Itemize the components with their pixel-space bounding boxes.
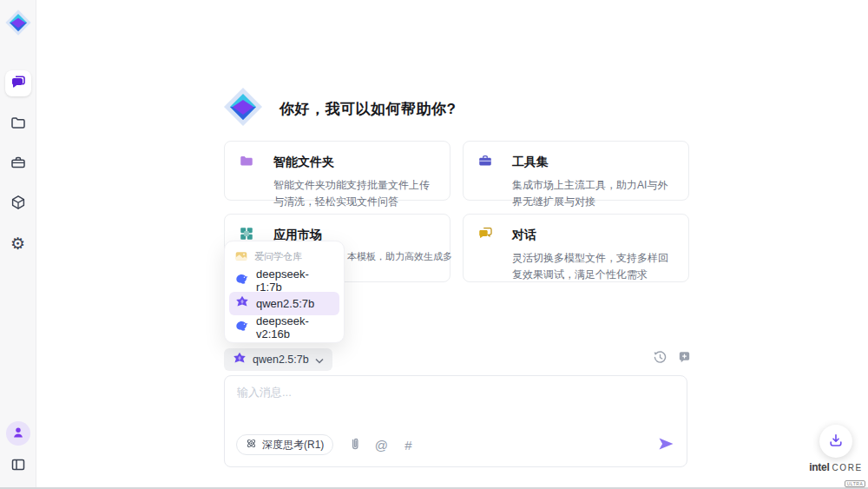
- model-option-qwen[interactable]: qwen2.5:7b: [229, 292, 339, 315]
- message-composer: 深度思考(R1) @ #: [224, 375, 687, 467]
- new-chat-button[interactable]: [676, 351, 692, 367]
- model-option-label: qwen2.5:7b: [256, 297, 314, 310]
- model-selector[interactable]: qwen2.5:7b: [224, 348, 332, 371]
- download-icon: [828, 433, 844, 451]
- repo-icon: [235, 251, 247, 263]
- chevron-down-icon: [315, 354, 324, 367]
- message-input[interactable]: [237, 385, 674, 425]
- selected-model-label: qwen2.5:7b: [253, 354, 309, 366]
- model-option-label: deepseek-r1:7b: [256, 268, 333, 294]
- history-icon: [653, 350, 667, 367]
- card-description: 灵活切换多模型文件，支持多样回复效果调试，满足个性化需求: [512, 250, 676, 282]
- model-group-label: 爱问学仓库: [254, 250, 302, 263]
- card-description: 智能文件夹功能支持批量文件上传与清洗，轻松实现文件问答: [273, 177, 437, 209]
- card-smart-folders[interactable]: 智能文件夹 智能文件夹功能支持批量文件上传与清洗，轻松实现文件问答: [224, 141, 450, 201]
- sidebar: ⚙: [0, 0, 36, 487]
- page-title: 你好，我可以如何帮助你?: [279, 99, 456, 119]
- card-title: 智能文件夹: [273, 155, 334, 170]
- collapse-panel-icon: [10, 456, 27, 476]
- folder-icon: [239, 153, 254, 172]
- deepseek-whale-icon: [235, 320, 249, 334]
- mention-button[interactable]: @: [373, 437, 389, 453]
- send-icon: [658, 436, 674, 454]
- prompt-tags-button[interactable]: #: [400, 437, 416, 453]
- new-chat-icon: [677, 350, 692, 367]
- collapse-sidebar-button[interactable]: [5, 453, 31, 479]
- card-title: 对话: [512, 228, 536, 243]
- sidebar-item-folders[interactable]: [5, 110, 31, 136]
- card-conversation[interactable]: 对话 灵活切换多模型文件，支持多样回复效果调试，满足个性化需求: [463, 214, 689, 282]
- intel-core-ultra-logo: intel core ultra: [803, 461, 868, 489]
- atom-icon: [246, 438, 257, 452]
- paperclip-icon: [348, 437, 361, 453]
- deepseek-whale-icon: [235, 273, 249, 287]
- greeting-logo: [222, 86, 264, 128]
- gem-logo-icon: [222, 86, 264, 128]
- gem-logo-icon: [4, 9, 32, 36]
- sidebar-item-settings[interactable]: ⚙: [5, 230, 31, 256]
- core-wordmark: core: [832, 463, 862, 472]
- gear-icon: ⚙: [10, 235, 25, 252]
- chat-icon: [10, 74, 27, 94]
- chat-bubbles-icon: [477, 226, 493, 245]
- deep-think-label: 深度思考(R1): [262, 438, 324, 453]
- briefcase-icon: [10, 154, 27, 174]
- folder-icon: [10, 114, 27, 134]
- history-button[interactable]: [652, 351, 667, 367]
- model-option-deepseek-v2[interactable]: deepseek-v2:16b: [229, 315, 339, 339]
- card-description: 集成市场上主流工具，助力AI与外界无缝扩展与对接: [512, 177, 676, 209]
- sidebar-bottom: [5, 421, 31, 479]
- composer-icons: @ #: [346, 437, 416, 453]
- briefcase-icon: [477, 153, 493, 172]
- send-button[interactable]: [657, 436, 674, 453]
- ultra-badge: ultra: [845, 480, 866, 487]
- sidebar-item-models[interactable]: [5, 190, 31, 216]
- card-title: 工具集: [512, 155, 549, 170]
- hash-icon: #: [404, 439, 411, 452]
- model-dropdown: 爱问学仓库 deepseek-r1:7b qwen2.5:7b deepseek…: [224, 241, 345, 343]
- model-group-row: 爱问学仓库: [229, 245, 339, 268]
- user-avatar-button[interactable]: [6, 421, 30, 446]
- composer-toolbar: 深度思考(R1) @ #: [236, 434, 674, 455]
- card-toolset[interactable]: 工具集 集成市场上主流工具，助力AI与外界无缝扩展与对接: [463, 141, 689, 201]
- cube-icon: [10, 194, 27, 214]
- attachment-button[interactable]: [346, 437, 362, 453]
- chat-toolbar: [652, 351, 692, 367]
- app-logo: [3, 8, 33, 37]
- qwen-icon: [233, 352, 247, 368]
- sidebar-item-chat[interactable]: [5, 70, 31, 96]
- card-description-fragment: 本模板，助力高效生成多: [347, 250, 452, 263]
- download-button[interactable]: [819, 425, 852, 458]
- intel-wordmark: intel: [809, 461, 829, 473]
- user-icon: [10, 425, 26, 443]
- deep-think-toggle[interactable]: 深度思考(R1): [236, 434, 333, 455]
- sidebar-item-toolkit[interactable]: [5, 150, 31, 176]
- qwen-icon: [235, 295, 249, 312]
- sidebar-nav: ⚙: [5, 70, 31, 256]
- mention-icon: @: [375, 439, 388, 452]
- model-option-deepseek-r1[interactable]: deepseek-r1:7b: [229, 268, 339, 292]
- model-option-label: deepseek-v2:16b: [256, 314, 333, 340]
